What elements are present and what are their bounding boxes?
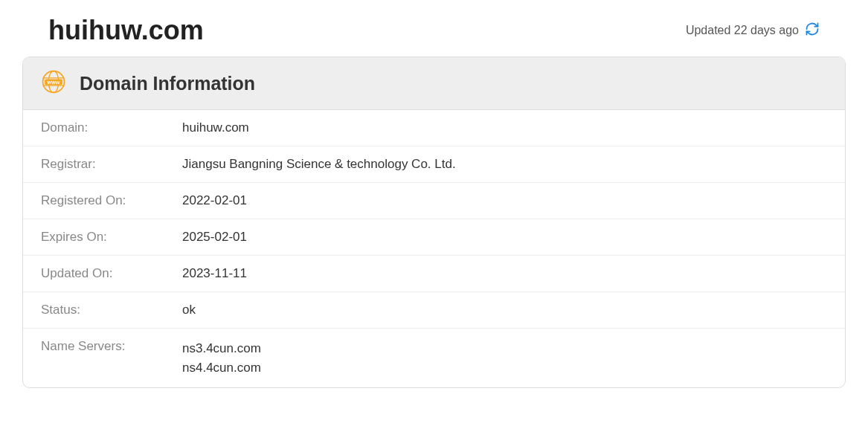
label-domain: Domain: [41, 120, 182, 135]
label-registered-on: Registered On: [41, 193, 182, 208]
card-header: WWW Domain Information [23, 57, 845, 110]
svg-text:WWW: WWW [48, 80, 60, 85]
label-name-servers: Name Servers: [41, 339, 182, 377]
value-updated-on: 2023-11-11 [182, 266, 247, 281]
updated-text: Updated 22 days ago [686, 24, 799, 37]
card-title: Domain Information [80, 73, 255, 94]
domain-info-card: WWW Domain Information Domain: huihuw.co… [22, 57, 846, 388]
value-status: ok [182, 303, 196, 317]
row-status: Status: ok [23, 292, 845, 329]
ns-line-1: ns3.4cun.com [182, 339, 261, 358]
refresh-icon[interactable] [805, 22, 820, 39]
row-name-servers: Name Servers: ns3.4cun.com ns4.4cun.com [23, 329, 845, 387]
domain-title: huihuw.com [48, 15, 204, 46]
label-updated-on: Updated On: [41, 266, 182, 281]
info-table: Domain: huihuw.com Registrar: Jiangsu Ba… [23, 110, 845, 387]
value-registered-on: 2022-02-01 [182, 193, 247, 208]
row-domain: Domain: huihuw.com [23, 110, 845, 146]
label-expires-on: Expires On: [41, 230, 182, 245]
row-registered-on: Registered On: 2022-02-01 [23, 183, 845, 219]
ns-line-2: ns4.4cun.com [182, 358, 261, 378]
row-expires-on: Expires On: 2025-02-01 [23, 219, 845, 256]
www-icon: WWW [41, 69, 66, 97]
updated-info: Updated 22 days ago [686, 22, 820, 39]
label-registrar: Registrar: [41, 157, 182, 172]
value-name-servers: ns3.4cun.com ns4.4cun.com [182, 339, 261, 377]
label-status: Status: [41, 303, 182, 317]
page-header: huihuw.com Updated 22 days ago [22, 15, 846, 57]
row-registrar: Registrar: Jiangsu Bangning Science & te… [23, 146, 845, 183]
value-domain: huihuw.com [182, 120, 249, 135]
value-expires-on: 2025-02-01 [182, 230, 247, 245]
value-registrar: Jiangsu Bangning Science & technology Co… [182, 157, 456, 172]
row-updated-on: Updated On: 2023-11-11 [23, 256, 845, 292]
